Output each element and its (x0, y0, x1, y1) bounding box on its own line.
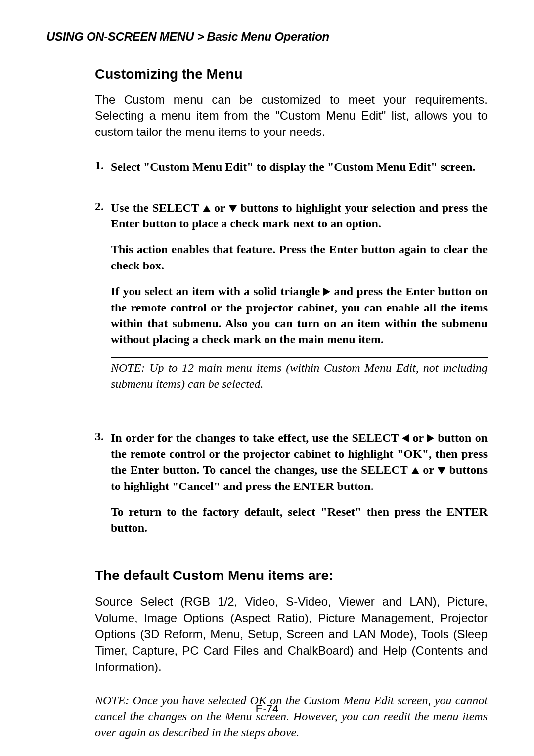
triangle-right-icon (427, 434, 434, 442)
step-1: 1. Select "Custom Menu Edit" to display … (95, 159, 488, 184)
defaults-paragraph: Source Select (RGB 1/2, Video, S-Video, … (95, 593, 488, 675)
steps-list: 1. Select "Custom Menu Edit" to display … (95, 159, 488, 546)
step-2: 2. Use the SELECT or buttons to highligh… (95, 200, 488, 415)
step-number: 1. (95, 159, 111, 184)
heading-defaults: The default Custom Menu items are: (95, 568, 488, 583)
breadcrumb-sep: > (194, 30, 207, 43)
step-3: 3. In order for the changes to take effe… (95, 430, 488, 545)
step-number: 3. (95, 430, 111, 545)
step-3-p1b: or (409, 431, 427, 444)
step-3-p2: To return to the factory default, select… (111, 504, 488, 536)
breadcrumb-section: USING ON-SCREEN MENU (46, 30, 194, 43)
note-1: NOTE: Up to 12 main menu items (within C… (111, 357, 488, 396)
triangle-right-icon (323, 288, 330, 296)
triangle-down-icon (229, 205, 237, 212)
step-2-p3a: If you select an item with a solid trian… (111, 285, 323, 298)
step-2-p2: This action enables that feature. Press … (111, 241, 488, 273)
step-3-p1d: or (419, 463, 438, 476)
triangle-up-icon (411, 467, 419, 474)
step-3-p1a: In order for the changes to take effect,… (111, 431, 402, 444)
triangle-up-icon (203, 205, 211, 212)
breadcrumb: USING ON-SCREEN MENU > Basic Menu Operat… (46, 30, 488, 44)
step-3-p1: In order for the changes to take effect,… (111, 430, 488, 494)
note-2: NOTE: Once you have selected OK on the C… (95, 690, 488, 744)
step-2-p1: Use the SELECT or buttons to highlight y… (111, 200, 488, 232)
triangle-left-icon (402, 434, 409, 442)
step-2-p1b: or (211, 201, 229, 214)
intro-paragraph: The Custom menu can be customized to mee… (95, 92, 488, 140)
step-number: 2. (95, 200, 111, 415)
step-1-text: Select "Custom Menu Edit" to display the… (111, 159, 488, 175)
breadcrumb-sub: Basic Menu Operation (207, 30, 329, 43)
page-number: E-74 (46, 703, 488, 715)
triangle-down-icon (438, 467, 445, 474)
step-2-p3: If you select an item with a solid trian… (111, 283, 488, 348)
heading-customizing: Customizing the Menu (95, 66, 488, 82)
step-2-p1a: Use the SELECT (111, 201, 203, 214)
